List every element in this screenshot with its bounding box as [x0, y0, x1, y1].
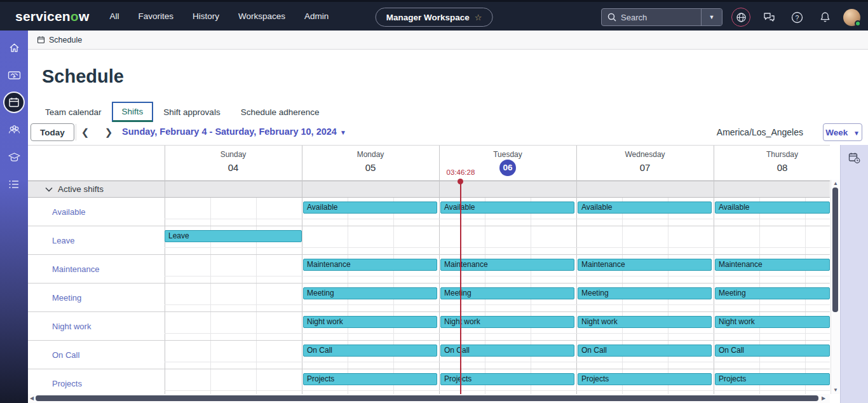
breadcrumb-calendar-icon — [37, 36, 45, 44]
scroll-up-arrow-icon[interactable]: ▲ — [831, 180, 840, 188]
row-label[interactable]: On Call — [52, 341, 79, 369]
today-date-badge: 06 — [499, 160, 516, 176]
sidebar-learning-icon[interactable] — [4, 147, 24, 167]
group-header-label: Active shifts — [58, 184, 104, 194]
nav-item-favorites[interactable]: Favorites — [138, 11, 173, 21]
row-label[interactable]: Projects — [52, 369, 82, 394]
row-midline — [165, 247, 830, 248]
date-range-label: Sunday, February 4 - Saturday, February … — [122, 126, 337, 137]
top-nav-right: ▼ ? — [601, 2, 860, 32]
day-header-thursday: Thursday08 — [714, 146, 830, 181]
shift-bar[interactable]: Meeting — [578, 287, 712, 299]
shift-bar[interactable]: On Call — [578, 345, 712, 357]
nav-item-workspaces[interactable]: Workspaces — [238, 11, 285, 21]
shift-row-maintenance: MaintenanceMaintenanceMaintenanceMainten… — [28, 255, 830, 283]
user-avatar[interactable] — [843, 9, 860, 26]
shift-bar[interactable]: Night work — [578, 316, 712, 328]
shift-bar[interactable]: Available — [715, 202, 830, 214]
logo-green-o: o — [71, 9, 79, 24]
shift-row-night-work: Night workNight workNight workNight work… — [28, 312, 830, 341]
tab-schedule-adherence[interactable]: Schedule adherence — [231, 102, 330, 122]
current-time-label: 03:46:28 — [447, 168, 475, 176]
day-header-monday: Monday05 — [302, 146, 439, 181]
shift-bar[interactable]: Maintenance — [715, 259, 830, 271]
sidebar-handshake-icon[interactable] — [4, 65, 24, 85]
nav-item-admin[interactable]: Admin — [304, 11, 329, 21]
day-number: 07 — [576, 162, 714, 173]
search-input[interactable] — [621, 13, 691, 22]
workspace-pill-button[interactable]: Manager Workspace ☆ — [376, 8, 493, 27]
scroll-down-arrow-icon[interactable]: ▼ — [831, 386, 840, 394]
shift-row-available: AvailableAvailableAvailableAvailableAvai… — [28, 198, 830, 226]
sidebar-people-icon[interactable] — [4, 120, 24, 139]
breadcrumb: Schedule — [28, 31, 868, 50]
row-midline — [165, 219, 830, 219]
page-title: Schedule — [42, 66, 124, 87]
shift-bar[interactable]: Meeting — [715, 287, 830, 299]
shift-bar[interactable]: On Call — [715, 345, 830, 357]
shift-bar[interactable]: On Call — [303, 345, 437, 357]
sidebar-home-icon[interactable] — [4, 38, 24, 57]
vertical-scrollbar-thumb[interactable] — [832, 188, 838, 312]
next-week-icon[interactable]: ❯ — [101, 125, 116, 139]
search-icon — [607, 13, 616, 22]
schedule-grid: Sunday04Monday05Tuesday06Wednesday07Thur… — [28, 145, 868, 403]
nav-item-all[interactable]: All — [109, 11, 119, 21]
tab-team-calendar[interactable]: Team calendar — [35, 102, 112, 122]
day-number: 05 — [302, 162, 439, 173]
breadcrumb-schedule-link[interactable]: Schedule — [49, 36, 82, 44]
favorite-star-icon[interactable]: ☆ — [475, 13, 482, 22]
shift-bar[interactable]: Night work — [715, 316, 830, 328]
sidebar-calendar-icon[interactable] — [4, 93, 24, 112]
servicenow-logo[interactable]: servicenow — [15, 9, 89, 24]
shift-bar[interactable]: Projects — [303, 373, 437, 385]
right-side-panel-rail — [840, 145, 868, 403]
horizontal-scrollbar-thumb[interactable] — [36, 395, 818, 401]
shift-bar[interactable]: Available — [578, 202, 712, 214]
shift-bar[interactable]: Projects — [578, 373, 712, 385]
shift-bar[interactable]: Maintenance — [303, 259, 437, 271]
sidebar-list-icon[interactable] — [4, 175, 24, 194]
row-label[interactable]: Meeting — [52, 283, 81, 312]
row-label[interactable]: Maintenance — [52, 255, 99, 283]
shift-row-leave: LeaveLeave — [28, 226, 830, 255]
scroll-right-arrow-icon[interactable]: ▶ — [820, 394, 827, 403]
help-icon[interactable]: ? — [787, 8, 806, 27]
notifications-bell-icon[interactable] — [815, 8, 834, 27]
search-scope-caret-icon[interactable]: ▼ — [701, 9, 722, 25]
tab-shifts[interactable]: Shifts — [112, 102, 154, 122]
today-button[interactable]: Today — [31, 123, 74, 141]
shift-bar[interactable]: Available — [303, 202, 437, 214]
day-header-sunday: Sunday04 — [165, 146, 302, 181]
schedule-panel-icon[interactable] — [846, 152, 863, 168]
shift-row-on-call: On CallOn CallOn CallOn CallOn Call — [28, 341, 830, 369]
row-midline — [165, 362, 830, 362]
current-time-line — [460, 181, 461, 394]
date-range-dropdown[interactable]: Sunday, February 4 - Saturday, February … — [122, 126, 346, 137]
active-shifts-group-header[interactable]: Active shifts — [28, 181, 830, 198]
row-label[interactable]: Leave — [52, 226, 74, 255]
search-field-wrap — [602, 9, 701, 25]
vertical-scrollbar[interactable]: ▲ ▼ — [831, 180, 839, 394]
scroll-left-arrow-icon[interactable]: ◀ — [28, 394, 36, 403]
shift-bar[interactable]: Meeting — [303, 287, 437, 299]
horizontal-scrollbar[interactable]: ◀ ▶ — [28, 394, 830, 403]
view-selector-week-button[interactable]: Week ▼ — [823, 123, 862, 141]
row-midline — [165, 333, 830, 334]
globe-icon[interactable] — [731, 8, 750, 27]
previous-week-icon[interactable]: ❮ — [78, 125, 93, 139]
nav-item-history[interactable]: History — [193, 11, 219, 21]
row-label[interactable]: Night work — [52, 312, 91, 341]
chat-icon[interactable] — [759, 8, 778, 27]
tab-shift-approvals[interactable]: Shift approvals — [153, 102, 230, 122]
shift-bar[interactable]: Leave — [165, 230, 302, 242]
shift-bar[interactable]: Projects — [715, 373, 830, 385]
shift-bar[interactable]: Night work — [303, 316, 437, 328]
day-number: 08 — [714, 162, 830, 173]
timezone-label: America/Los_Angeles — [717, 127, 803, 137]
avatar-status-dot — [855, 20, 861, 27]
shift-bar[interactable]: Maintenance — [578, 259, 712, 271]
day-name: Thursday — [714, 150, 830, 159]
row-label[interactable]: Available — [52, 198, 86, 226]
shift-row-projects: ProjectsProjectsProjectsProjectsProjects — [28, 369, 830, 394]
